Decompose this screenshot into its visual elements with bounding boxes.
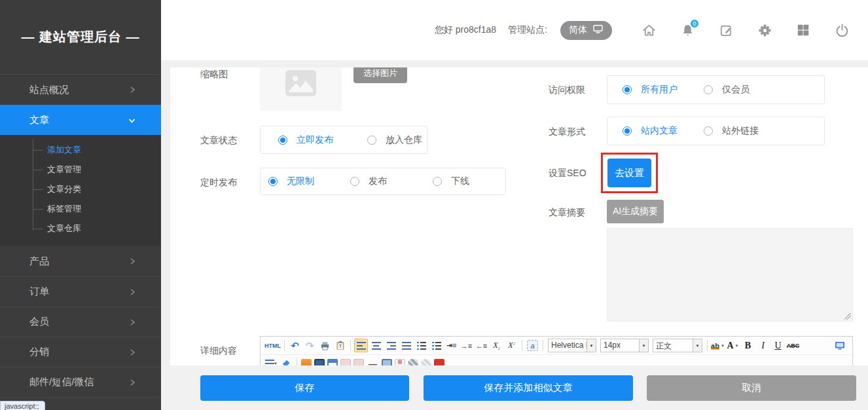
submenu-item-article-manage[interactable]: 文章管理 xyxy=(0,160,161,179)
submenu-item-article-category[interactable]: 文章分类 xyxy=(0,179,161,199)
italic-icon[interactable]: I xyxy=(756,339,770,352)
radio-internal-article[interactable]: 站内文章 xyxy=(623,125,678,137)
detail-content-label: 详细内容 xyxy=(200,345,237,357)
align-center-icon[interactable] xyxy=(369,339,383,352)
font-family-select[interactable]: Helvetica N ▼ xyxy=(548,339,596,352)
justify-icon[interactable] xyxy=(399,339,413,352)
anchor-person-icon[interactable] xyxy=(395,359,405,365)
align-left-icon[interactable] xyxy=(354,339,368,352)
power-icon[interactable] xyxy=(834,22,850,38)
redo-icon[interactable]: ↷ xyxy=(303,339,317,352)
subscript-icon[interactable]: X2 xyxy=(490,339,503,352)
resize-handle[interactable] xyxy=(844,313,851,320)
radio-all-users[interactable]: 所有用户 xyxy=(623,84,678,96)
radio-publish[interactable]: 发布 xyxy=(350,176,387,187)
align-right-icon[interactable] xyxy=(384,339,398,352)
link-icon[interactable] xyxy=(408,359,418,365)
sidebar-item-product[interactable]: 产品 xyxy=(0,246,161,276)
sidebar-item-mail-sms-wechat[interactable]: 邮件/短信/微信 xyxy=(0,367,161,397)
sidebar-item-site-overview[interactable]: 站点概况 xyxy=(0,75,161,105)
attach-pdf-icon[interactable] xyxy=(434,359,444,365)
unordered-list-icon[interactable] xyxy=(429,339,443,352)
insert-map-icon[interactable] xyxy=(382,359,392,365)
sidebar-item-distribution[interactable]: 分销 xyxy=(0,337,161,367)
bold-icon[interactable]: B xyxy=(741,339,755,352)
paste-text-icon[interactable]: T xyxy=(333,339,347,352)
article-status-group: 立即发布 放入仓库 xyxy=(260,126,427,154)
toolbar-separator xyxy=(543,340,543,351)
sidebar-item-member[interactable]: 会员 xyxy=(0,307,161,337)
insert-table-icon[interactable] xyxy=(327,359,338,365)
print-icon[interactable] xyxy=(318,339,332,352)
radio-publish-now[interactable]: 立即发布 xyxy=(278,134,333,146)
cancel-button[interactable]: 取消 xyxy=(647,375,856,401)
indent-first-line-icon[interactable]: ⇥≡ xyxy=(444,339,458,352)
submenu-item-article-warehouse[interactable]: 文章仓库 xyxy=(0,219,161,238)
radio-icon xyxy=(704,126,713,136)
notification-badge: 0 xyxy=(689,18,700,29)
choose-image-button[interactable]: 选择图片 xyxy=(353,67,407,83)
font-color-icon[interactable]: A▼ xyxy=(726,339,740,352)
editor-toolbar-row-1: HTML ↶ ↷ T ⇥≡ →≡ xyxy=(261,337,852,354)
sidebar-item-article[interactable]: 文章 xyxy=(0,105,161,135)
notifications-bell-icon[interactable]: 0 xyxy=(679,22,695,38)
monitor-icon xyxy=(592,24,604,36)
radio-label: 所有用户 xyxy=(641,84,678,96)
chart-icon[interactable] xyxy=(340,359,351,365)
highlight-color-icon[interactable]: ab▼ xyxy=(711,339,725,352)
radio-icon xyxy=(704,85,713,94)
radio-label: 下线 xyxy=(451,176,469,187)
anchor-icon[interactable]: a xyxy=(526,339,539,352)
scheduled-publish-label: 定时发布 xyxy=(200,177,237,189)
strikethrough-icon[interactable]: ABC xyxy=(786,339,800,352)
sidebar-item-order[interactable]: 订单 xyxy=(0,276,161,307)
radio-offline[interactable]: 下线 xyxy=(433,176,469,187)
sidebar-item-label: 分销 xyxy=(29,346,49,358)
line-height-icon[interactable]: ▼ xyxy=(264,357,278,366)
radio-members-only[interactable]: 仅会员 xyxy=(704,84,750,96)
insert-video-icon[interactable] xyxy=(314,359,325,365)
horizontal-rule-icon[interactable]: — xyxy=(366,357,380,366)
chevron-right-icon xyxy=(128,288,136,296)
seo-setup-button[interactable]: 去设置 xyxy=(607,158,651,187)
ordered-list-icon[interactable] xyxy=(414,339,428,352)
underline-icon[interactable]: U xyxy=(771,339,785,352)
page-break-icon[interactable] xyxy=(353,359,364,365)
save-and-add-similar-button[interactable]: 保存并添加相似文章 xyxy=(424,375,633,401)
radio-icon xyxy=(433,177,442,186)
paragraph-format-select[interactable]: 正文 ▼ xyxy=(653,339,702,352)
source-code-icon[interactable]: HTML xyxy=(264,339,281,352)
radio-label: 发布 xyxy=(369,176,387,187)
radio-put-warehouse[interactable]: 放入仓库 xyxy=(367,134,422,146)
save-button[interactable]: 保存 xyxy=(200,375,409,401)
apps-grid-icon[interactable] xyxy=(795,22,811,38)
language-preview-button[interactable]: 简体 xyxy=(560,21,612,40)
fullscreen-monitor-icon[interactable] xyxy=(833,339,846,352)
submenu-item-add-article[interactable]: 添加文章 xyxy=(0,140,161,160)
radio-no-limit[interactable]: 无限制 xyxy=(268,176,314,187)
toolbar-separator xyxy=(707,340,708,351)
radio-external-link[interactable]: 站外链接 xyxy=(704,125,759,137)
sidebar-item-label: 站点概况 xyxy=(29,84,69,96)
seo-settings-label: 设置SEO xyxy=(549,168,587,179)
home-icon[interactable] xyxy=(641,22,657,38)
chevron-down-icon xyxy=(128,117,136,124)
insert-image-icon[interactable] xyxy=(301,359,312,365)
article-summary-textarea[interactable] xyxy=(607,228,853,322)
sidebar-item-label: 文章 xyxy=(29,114,49,126)
content-area: 缩略图 选择图片 文章状态 立即发布 放入仓库 xyxy=(161,60,868,410)
superscript-icon[interactable]: X2 xyxy=(505,339,518,352)
font-size-select[interactable]: 14px ▼ xyxy=(600,339,649,352)
indent-icon[interactable]: →≡ xyxy=(460,339,473,352)
submenu-item-tag-manage[interactable]: 标签管理 xyxy=(0,199,161,219)
chevron-right-icon xyxy=(128,379,136,386)
ai-generate-summary-button[interactable]: AI生成摘要 xyxy=(607,200,664,223)
outdent-icon[interactable]: ←≡ xyxy=(475,339,488,352)
gear-icon[interactable] xyxy=(757,22,772,38)
radio-label: 仅会员 xyxy=(722,84,750,96)
eraser-icon[interactable] xyxy=(280,357,293,366)
unlink-icon[interactable] xyxy=(421,359,431,365)
undo-icon[interactable]: ↶ xyxy=(288,339,302,352)
thumbnail-preview xyxy=(260,67,342,111)
edit-icon[interactable] xyxy=(718,22,734,38)
